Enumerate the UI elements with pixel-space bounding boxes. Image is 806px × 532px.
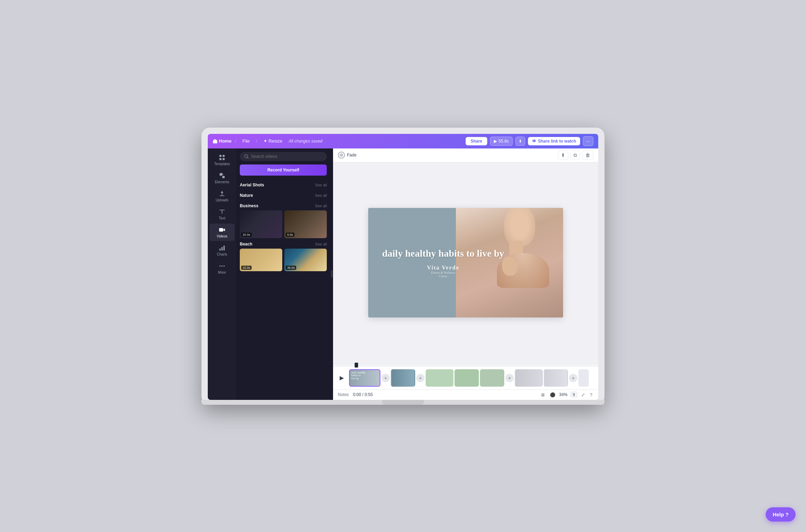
notes-button[interactable]: Notes: [338, 392, 349, 397]
sidebar-item-elements[interactable]: Elements: [210, 169, 235, 187]
bottom-right: 🖥 ⚫ 34% 9 ⤢ ?: [539, 391, 593, 398]
beach-video-1[interactable]: 15.0s: [240, 249, 282, 271]
beach-video-2[interactable]: 38.0s: [284, 249, 327, 271]
play-icon: ▶: [494, 139, 497, 144]
sidebar-item-videos[interactable]: Videos: [210, 224, 235, 241]
play-button[interactable]: ▶: [337, 373, 347, 383]
slide-text: daily healthy habits to live by Vita Ver…: [382, 248, 504, 278]
record-dot-btn[interactable]: ⚫: [549, 391, 556, 398]
elements-label: Elements: [215, 180, 229, 184]
video-panel: Record Yourself Aerial Shots See all 22.…: [236, 148, 330, 400]
clip-2[interactable]: [391, 369, 415, 387]
canvas-viewport[interactable]: daily healthy habits to live by Vita Ver…: [333, 162, 598, 363]
sidebar: Templates Elements U: [208, 148, 236, 400]
brand-name: Vita Verde: [382, 265, 504, 271]
clip-5[interactable]: [480, 369, 504, 387]
transition-badge: Fade: [338, 152, 356, 159]
sidebar-item-templates[interactable]: Templates: [210, 151, 235, 169]
sidebar-item-charts[interactable]: Charts: [210, 242, 235, 259]
beach-grid: 15.0s 38.0s: [240, 249, 327, 271]
beach-see-all[interactable]: See all: [315, 242, 327, 246]
resize-menu[interactable]: ✦ Resize: [261, 137, 285, 145]
home-nav[interactable]: Home: [213, 138, 231, 144]
timeline-scrubber[interactable]: [333, 364, 598, 366]
svg-rect-13: [220, 248, 221, 250]
svg-point-16: [220, 265, 221, 266]
svg-rect-11: [219, 228, 223, 232]
play-time-value: 55.8s: [499, 139, 509, 144]
svg-rect-1: [223, 155, 225, 157]
clip-4[interactable]: [455, 369, 479, 387]
svg-rect-10: [222, 210, 222, 213]
section-aerial: Aerial Shots See all: [240, 183, 327, 187]
canvas-toolbar: Fade ⬆ ⧉ 🗑: [333, 148, 598, 162]
slide-headline: daily healthy habits to live by: [382, 248, 504, 259]
video-list: Aerial Shots See all 22.0s 24.0s Nature: [236, 179, 330, 400]
section-nature: Nature See all: [240, 193, 327, 198]
add-after-clip-7[interactable]: +: [569, 374, 577, 382]
sidebar-item-text[interactable]: Text: [210, 205, 235, 223]
nature-see-all[interactable]: See all: [315, 193, 327, 198]
section-business: Business See all: [240, 203, 327, 208]
clip-6[interactable]: [515, 369, 543, 387]
svg-rect-2: [220, 158, 222, 160]
duplicate-page-button[interactable]: ⧉: [570, 151, 580, 160]
help-icon-btn[interactable]: ?: [589, 391, 593, 398]
record-yourself-button[interactable]: Record Yourself: [240, 164, 327, 176]
clip-8[interactable]: [578, 369, 589, 387]
collapse-dot: [331, 271, 332, 277]
resize-icon: ✦: [263, 138, 267, 144]
clip-1[interactable]: daily healthyhabits tolive by: [349, 369, 380, 387]
topbar-sep1: /: [235, 139, 236, 144]
nature-title: Nature: [240, 193, 253, 198]
delete-page-button[interactable]: 🗑: [582, 151, 593, 160]
help-button[interactable]: Help ?: [766, 507, 796, 522]
text-label: Text: [219, 216, 225, 220]
monitor-icon-btn[interactable]: 🖥: [539, 391, 546, 398]
business-see-all[interactable]: See all: [315, 204, 327, 208]
svg-rect-7: [222, 193, 222, 195]
page-indicator: 9: [570, 392, 577, 398]
section-beach: Beach See all: [240, 242, 327, 247]
shapes-icon: [219, 172, 226, 179]
uploads-label: Uploads: [216, 198, 229, 202]
saved-status: All changes saved: [289, 139, 322, 144]
add-after-clip-5[interactable]: +: [505, 374, 514, 382]
business-video-2[interactable]: 9.0s: [284, 210, 327, 238]
timeline-track: ▶ daily healthyhabits tolive by + +: [333, 366, 598, 389]
search-bar-container: [236, 148, 330, 164]
add-after-clip-2[interactable]: +: [416, 374, 425, 382]
text-icon: [219, 208, 226, 215]
more-menu-button[interactable]: ···: [583, 136, 593, 146]
timeline-clips: daily healthyhabits tolive by + + +: [349, 369, 595, 387]
add-after-clip-1[interactable]: +: [381, 374, 390, 382]
sidebar-item-uploads[interactable]: Uploads: [210, 187, 235, 205]
add-page-button[interactable]: ⬆: [558, 151, 568, 160]
business-grid: 20.0s 9.0s: [240, 210, 327, 238]
aerial-see-all[interactable]: See all: [315, 183, 327, 187]
topbar-sep2: /: [256, 139, 257, 144]
slide-brand: Vita Verde Fitness & Wellness Center: [382, 265, 504, 278]
file-menu[interactable]: File: [239, 137, 252, 145]
face-hint: [504, 208, 535, 246]
video-icon: [219, 226, 226, 233]
chart-icon: [219, 244, 226, 251]
sidebar-item-more[interactable]: More: [210, 260, 235, 277]
expand-btn[interactable]: ⤢: [580, 391, 586, 398]
laptop-frame: Home / File / ✦ Resize All changes saved…: [202, 128, 604, 405]
share-link-button[interactable]: 👁 Share link to watch: [528, 137, 580, 145]
scrubber-head: [355, 363, 358, 368]
business-video-1[interactable]: 20.0s: [240, 210, 282, 238]
panel-collapse-handle[interactable]: [330, 148, 333, 400]
play-time-button[interactable]: ▶ 55.8s: [490, 137, 513, 146]
clip-3[interactable]: [426, 369, 453, 387]
download-button[interactable]: ⬇: [515, 137, 525, 146]
search-input-wrap: [240, 152, 327, 161]
clip-7[interactable]: [544, 369, 568, 387]
svg-point-18: [223, 265, 224, 266]
share-button[interactable]: Share: [466, 137, 487, 145]
svg-rect-0: [220, 155, 222, 157]
home-label: Home: [219, 138, 231, 144]
svg-rect-8: [220, 195, 224, 196]
search-input[interactable]: [251, 154, 323, 159]
